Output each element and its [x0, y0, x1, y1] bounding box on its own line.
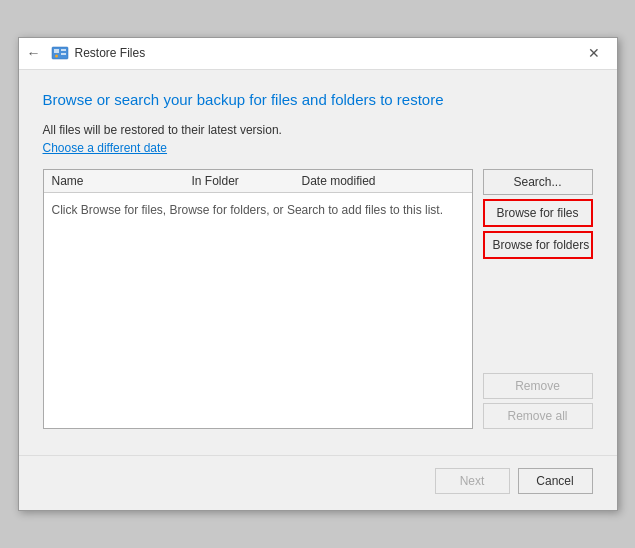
search-button[interactable]: Search...: [483, 169, 593, 195]
choose-date-link[interactable]: Choose a different date: [43, 141, 168, 155]
svg-rect-1: [54, 49, 59, 53]
title-bar: ← Restore Files ✕: [19, 38, 617, 70]
restore-files-window: ← Restore Files ✕ Browse or search your …: [18, 37, 618, 512]
action-buttons-col: Search... Browse for files Browse for fo…: [483, 169, 593, 429]
svg-point-4: [55, 55, 58, 58]
page-heading: Browse or search your backup for files a…: [43, 90, 593, 110]
browse-files-button[interactable]: Browse for files: [483, 199, 593, 227]
back-button[interactable]: ←: [27, 45, 41, 61]
main-area: Name In Folder Date modified Click Brows…: [43, 169, 593, 429]
col-folder-header: In Folder: [192, 174, 302, 188]
file-list-body: Click Browse for files, Browse for folde…: [44, 193, 472, 227]
next-button: Next: [435, 468, 510, 494]
window-title: Restore Files: [75, 46, 146, 60]
cancel-button[interactable]: Cancel: [518, 468, 593, 494]
close-button[interactable]: ✕: [579, 43, 609, 63]
svg-rect-3: [61, 53, 66, 55]
empty-message: Click Browse for files, Browse for folde…: [52, 203, 443, 217]
button-spacer: [483, 263, 593, 369]
file-list-panel: Name In Folder Date modified Click Brows…: [43, 169, 473, 429]
bottom-buttons: Remove Remove all: [483, 373, 593, 429]
col-date-header: Date modified: [302, 174, 422, 188]
remove-all-button: Remove all: [483, 403, 593, 429]
svg-rect-2: [61, 49, 66, 51]
file-list-header: Name In Folder Date modified: [44, 170, 472, 193]
subtitle-text: All files will be restored to their late…: [43, 123, 593, 137]
footer: Next Cancel: [19, 455, 617, 510]
content-area: Browse or search your backup for files a…: [19, 70, 617, 446]
app-icon: [51, 44, 69, 62]
remove-button: Remove: [483, 373, 593, 399]
title-bar-left: ← Restore Files: [27, 44, 146, 62]
browse-folders-button[interactable]: Browse for folders: [483, 231, 593, 259]
col-name-header: Name: [52, 174, 192, 188]
